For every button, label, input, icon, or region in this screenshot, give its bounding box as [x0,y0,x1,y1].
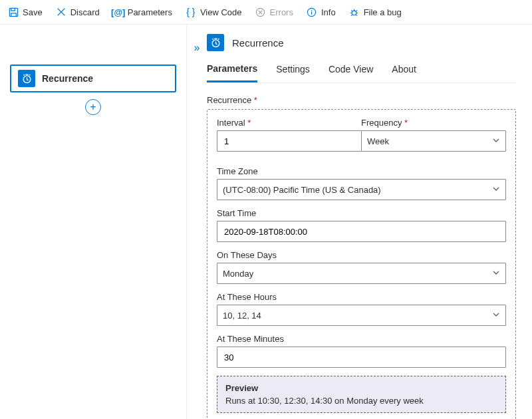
toolbar: Save Discard [@] Parameters { } View Cod… [0,0,532,25]
chevron-down-icon [492,136,500,146]
tab-settings[interactable]: Settings [276,59,310,82]
parameters-icon: [@] [113,7,124,17]
info-button[interactable]: Info [305,4,337,20]
recurrence-card[interactable]: Recurrence [10,65,176,92]
card-title: Recurrence [42,73,93,84]
errors-button: Errors [254,4,295,20]
chevron-down-icon [492,311,500,321]
chevron-down-icon [492,269,500,279]
designer-canvas[interactable]: Recurrence + [0,25,186,419]
save-button[interactable]: Save [7,4,44,20]
file-bug-button[interactable]: File a bug [348,4,403,20]
frequency-select[interactable]: Week [361,130,506,152]
on-days-label: On These Days [217,250,506,260]
interval-label: Interval * [217,118,362,128]
error-icon [255,7,266,17]
panel-title: Recurrence [232,37,284,49]
on-days-select[interactable]: Monday [217,263,506,284]
preview-title: Preview [225,383,497,393]
at-hours-select[interactable]: 10, 12, 14 [217,305,506,326]
timezone-label: Time Zone [217,166,506,176]
preview-text: Runs at 10:30, 12:30, 14:30 on Monday ev… [225,396,497,406]
discard-button[interactable]: Discard [55,4,101,20]
details-panel: » Recurrence Parameters Settings Code Vi… [186,25,532,419]
recurrence-icon [18,70,35,87]
at-minutes-label: At These Minutes [217,334,506,344]
bug-icon [349,7,360,17]
view-code-button[interactable]: { } View Code [184,4,243,20]
tab-code-view[interactable]: Code View [329,59,373,82]
tab-parameters[interactable]: Parameters [207,59,257,82]
interval-input[interactable] [217,130,362,152]
start-time-label: Start Time [217,208,506,218]
timezone-select[interactable]: (UTC-08:00) Pacific Time (US & Canada) [217,179,506,200]
section-label: Recurrence * [207,95,516,105]
svg-point-3 [352,11,356,15]
recurrence-icon [207,34,224,51]
at-hours-label: At These Hours [217,292,506,302]
at-minutes-input[interactable] [217,347,506,368]
parameters-button[interactable]: [@] Parameters [112,4,174,20]
preview-box: Preview Runs at 10:30, 12:30, 14:30 on M… [217,376,506,413]
chevron-down-icon [492,185,500,195]
tab-about[interactable]: About [392,59,416,82]
start-time-input[interactable] [217,221,506,242]
code-icon: { } [186,7,196,17]
frequency-label: Frequency * [361,118,506,128]
close-icon [56,7,66,17]
tab-bar: Parameters Settings Code View About [207,59,516,83]
add-step-button[interactable]: + [85,99,101,115]
info-icon [307,7,317,17]
save-icon [8,7,19,17]
recurrence-fieldset: Interval * Frequency * Week Ti [207,109,516,419]
collapse-panel-button[interactable]: » [187,34,207,419]
